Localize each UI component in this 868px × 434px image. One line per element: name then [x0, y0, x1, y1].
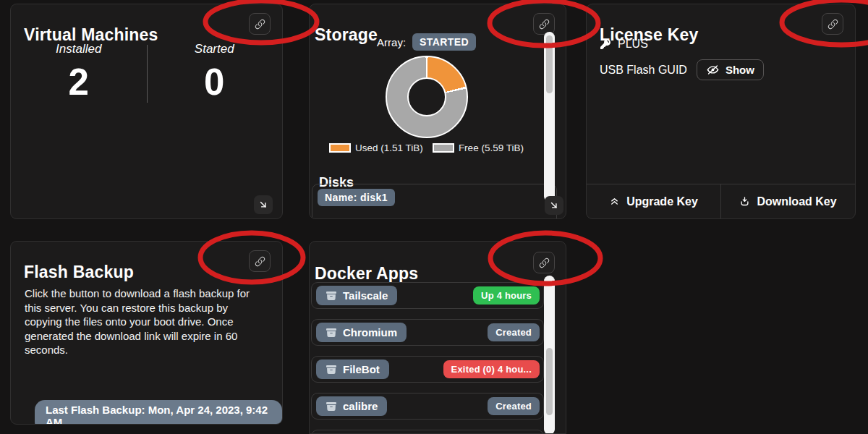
docker-app-row: FileBot Exited (0) 4 hou... [311, 356, 544, 383]
vm-started-value: 0 [147, 64, 283, 101]
used-swatch [329, 143, 351, 153]
docker-app-row: calibre Created [311, 393, 544, 420]
download-key-button[interactable]: Download Key [721, 184, 855, 218]
link-icon [255, 19, 265, 30]
eye-slash-icon [706, 63, 720, 77]
link-icon [255, 256, 265, 267]
virtual-machines-card: Virtual Machines Installed 2 Started 0 [10, 4, 283, 219]
link-button[interactable] [533, 252, 555, 273]
guid-line: USB Flash GUID Show [600, 59, 764, 80]
upgrade-key-label: Upgrade Key [626, 195, 698, 208]
docker-app-row: Chromium Created [311, 319, 544, 346]
download-key-label: Download Key [757, 195, 836, 208]
link-icon [827, 19, 838, 30]
license-type-label: PLUS [618, 38, 648, 51]
license-footer: Upgrade Key Download Key [587, 184, 855, 218]
vm-installed-label: Installed [11, 42, 147, 56]
docker-app-name-badge[interactable]: Tailscale [316, 286, 397, 305]
guid-label: USB Flash GUID [600, 64, 687, 77]
show-guid-button[interactable]: Show [697, 59, 764, 80]
docker-app-name-badge[interactable]: Chromium [316, 323, 407, 342]
docker-app-name: calibre [343, 400, 378, 412]
legend-used-label: Used (1.51 TiB) [355, 142, 423, 153]
dashboard-page: Virtual Machines Installed 2 Started 0 S… [0, 0, 868, 434]
docker-app-row: Tailscale Up 4 hours [311, 282, 544, 309]
license-key-card: License Key PLUS USB Flash GUID Show Upg… [586, 4, 856, 219]
key-icon [600, 38, 611, 50]
resize-handle[interactable] [254, 195, 273, 214]
download-icon [739, 196, 750, 207]
vm-stat-installed: Installed 2 [11, 42, 147, 101]
disk-name-badge: Name: disk1 [318, 189, 395, 206]
archive-box-icon [326, 401, 337, 412]
docker-app-name: Tailscale [343, 289, 388, 302]
flash-backup-description: Click the button to download a flash bac… [25, 286, 259, 357]
storage-donut-hole [407, 77, 446, 116]
docker-apps-card: Docker Apps Tailscale Up 4 hours Chromiu… [309, 241, 566, 434]
card-title: Flash Backup [24, 263, 134, 282]
docker-app-status-badge: Created [488, 323, 540, 341]
storage-card: Storage Array: STARTED Used (1.51 TiB) F… [309, 4, 566, 219]
docker-app-name: Chromium [343, 326, 397, 339]
array-status-badge: STARTED [412, 33, 476, 51]
scrollbar-thumb[interactable] [546, 35, 553, 93]
resize-handle[interactable] [545, 196, 563, 215]
scrollbar-track[interactable] [544, 32, 555, 202]
vertical-divider [147, 45, 148, 103]
vm-installed-value: 2 [11, 64, 147, 101]
storage-donut [386, 56, 468, 138]
free-swatch [433, 143, 454, 153]
link-icon [539, 258, 550, 268]
docker-app-name: FileBot [343, 363, 380, 375]
array-label: Array: [377, 36, 406, 48]
vm-stat-started: Started 0 [147, 42, 283, 101]
array-status-line: Array: STARTED [310, 33, 543, 51]
scrollbar-track[interactable] [544, 276, 555, 434]
archive-box-icon [326, 327, 337, 339]
docker-app-status-badge: Up 4 hours [473, 286, 540, 305]
link-button[interactable] [822, 13, 843, 35]
legend-free-label: Free (5.59 TiB) [459, 142, 524, 153]
link-icon [539, 19, 550, 30]
legend-item-free: Free (5.59 TiB) [433, 142, 524, 153]
arrow-down-right-icon [549, 200, 559, 210]
link-button[interactable] [249, 13, 271, 35]
license-type-line: PLUS [600, 38, 648, 51]
docker-app-status-badge: Exited (0) 4 hou... [443, 360, 540, 378]
storage-legend: Used (1.51 TiB) Free (5.59 TiB) [310, 142, 543, 153]
scrollbar-thumb[interactable] [546, 348, 553, 415]
docker-app-name-badge[interactable]: calibre [316, 396, 387, 416]
last-flash-backup-badge: Last Flash Backup: Mon, Apr 24, 2023, 9:… [35, 400, 282, 425]
chevron-double-up-icon [609, 196, 620, 207]
arrow-down-right-icon [258, 200, 268, 210]
legend-item-used: Used (1.51 TiB) [329, 142, 423, 153]
link-button[interactable] [533, 13, 555, 35]
flash-backup-card: Flash Backup Click the button to downloa… [10, 241, 283, 425]
link-button[interactable] [249, 250, 271, 272]
card-title: Docker Apps [315, 264, 418, 284]
docker-app-status-badge: Created [488, 397, 540, 415]
archive-box-icon [326, 290, 337, 302]
docker-app-name-badge[interactable]: FileBot [316, 359, 389, 379]
upgrade-key-button[interactable]: Upgrade Key [587, 184, 720, 218]
docker-app-list: Tailscale Up 4 hours Chromium Created Fi… [311, 282, 544, 434]
docker-app-row [311, 430, 544, 434]
show-button-label: Show [726, 64, 754, 76]
vm-started-label: Started [147, 42, 283, 56]
archive-box-icon [326, 364, 337, 375]
disks-panel: Name: disk1 [312, 184, 557, 219]
